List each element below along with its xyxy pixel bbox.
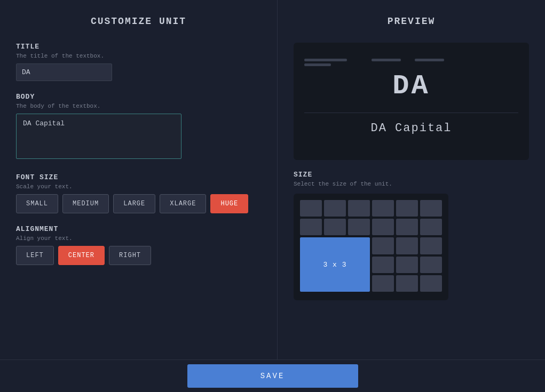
grid-cell[interactable] — [300, 219, 322, 235]
grid-cell[interactable] — [396, 219, 418, 235]
grid-cell[interactable] — [420, 275, 442, 292]
title-input[interactable] — [16, 63, 112, 81]
left-panel-title: CUSTOMIZE UNIT — [16, 16, 261, 27]
grid-cell[interactable] — [372, 200, 394, 217]
size-section: SIZE Select the size of the unit. — [294, 171, 529, 300]
grid-cell[interactable] — [396, 200, 418, 217]
grid-cell[interactable] — [372, 275, 394, 292]
alignment-left-button[interactable]: LEFT — [16, 246, 54, 265]
grid-cell[interactable] — [300, 200, 322, 217]
font-size-label: FONT SIZE — [16, 173, 261, 181]
alignment-buttons: LEFT CENTER RIGHT — [16, 246, 261, 265]
save-button[interactable]: SAVE — [187, 364, 358, 388]
grid-cell[interactable] — [372, 237, 394, 254]
font-size-buttons: SMALL MEDIUM LARGE XLARGE HUGE — [16, 194, 261, 213]
font-size-desc: Scale your text. — [16, 183, 261, 190]
grid-cell[interactable] — [396, 257, 418, 273]
font-size-small-button[interactable]: SMALL — [16, 194, 58, 213]
grid-cell[interactable] — [396, 237, 418, 254]
preview-title-text: DA — [392, 70, 430, 102]
title-section: TITLE The title of the textbox. — [16, 43, 261, 81]
title-label: TITLE — [16, 43, 261, 51]
body-label: BODY — [16, 93, 261, 101]
grid-cell[interactable] — [420, 200, 442, 217]
title-desc: The title of the textbox. — [16, 53, 261, 59]
left-panel: CUSTOMIZE UNIT TITLE The title of the te… — [0, 0, 278, 359]
font-size-large-button[interactable]: LARGE — [113, 194, 155, 213]
body-section: BODY The body of the textbox. DA Capital — [16, 93, 261, 162]
grid-cell[interactable] — [324, 200, 346, 217]
grid-cell[interactable] — [348, 200, 370, 217]
alignment-right-button[interactable]: RIGHT — [109, 246, 151, 265]
alignment-label: ALIGNMENT — [16, 225, 261, 233]
preview-lines — [304, 59, 518, 66]
size-label: SIZE — [294, 171, 529, 179]
font-size-section: FONT SIZE Scale your text. SMALL MEDIUM … — [16, 173, 261, 213]
body-desc: The body of the textbox. — [16, 103, 261, 109]
grid-cell[interactable] — [372, 219, 394, 235]
grid-cell[interactable] — [324, 219, 346, 235]
grid-cell[interactable] — [396, 275, 418, 292]
preview-body-text: DA Capital — [370, 122, 452, 135]
grid-cell[interactable] — [372, 257, 394, 273]
alignment-center-button[interactable]: CENTER — [58, 246, 105, 265]
alignment-desc: Align your text. — [16, 235, 261, 242]
grid-cell[interactable] — [420, 257, 442, 273]
size-desc: Select the size of the unit. — [294, 181, 529, 187]
body-textarea[interactable]: DA Capital — [16, 114, 181, 159]
font-size-huge-button[interactable]: HUGE — [210, 194, 248, 213]
grid-cell[interactable] — [348, 219, 370, 235]
main-layout: CUSTOMIZE UNIT TITLE The title of the te… — [0, 0, 545, 392]
right-panel-title: PREVIEW — [294, 16, 529, 27]
font-size-medium-button[interactable]: MEDIUM — [62, 194, 109, 213]
top-section: CUSTOMIZE UNIT TITLE The title of the te… — [0, 0, 545, 360]
preview-divider — [304, 113, 518, 113]
grid-cell-selected[interactable]: 3 x 3 — [300, 237, 370, 292]
bottom-bar: SAVE — [0, 360, 545, 392]
right-panel: PREVIEW DA DA Capital — [278, 0, 545, 359]
alignment-section: ALIGNMENT Align your text. LEFT CENTER R… — [16, 225, 261, 265]
grid-cell[interactable] — [420, 237, 442, 254]
grid-cell[interactable] — [420, 219, 442, 235]
font-size-xlarge-button[interactable]: XLARGE — [160, 194, 206, 213]
size-grid: 3 x 3 — [294, 194, 448, 300]
preview-card: DA DA Capital — [294, 43, 529, 160]
